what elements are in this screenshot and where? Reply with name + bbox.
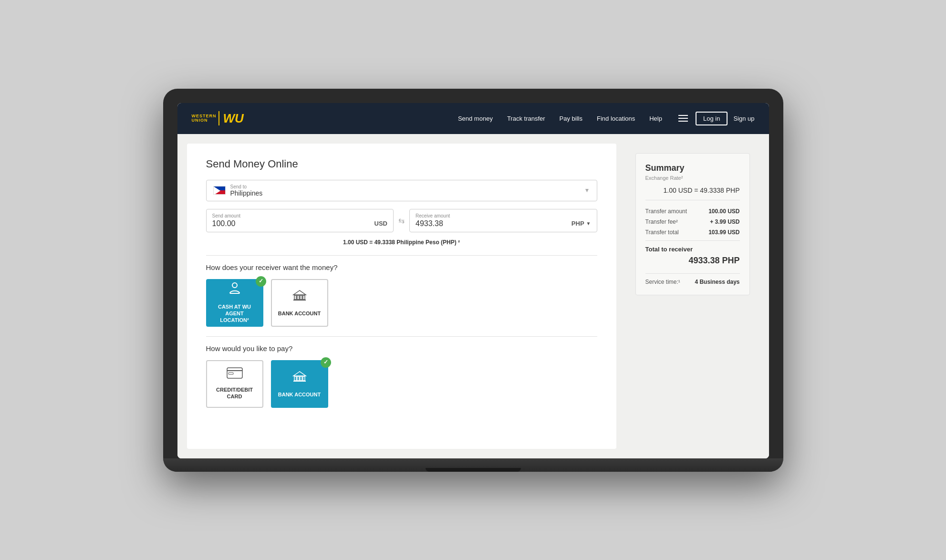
- bank-account-receiver-label: BANK ACCOUNT: [278, 310, 321, 317]
- summary-title: Summary: [645, 163, 740, 173]
- svg-marker-15: [293, 372, 306, 376]
- pay-options-row: CREDIT/DEBIT CARD ✓: [206, 360, 597, 408]
- divider-2: [206, 336, 597, 337]
- pay-section-title: How would you like to pay?: [206, 344, 597, 353]
- bank-account-receiver-option[interactable]: BANK ACCOUNT: [271, 279, 328, 327]
- send-to-value: Philippines: [230, 189, 263, 197]
- right-panel: Summary Exchange Rate² 1.00 USD = 49.333…: [626, 144, 759, 449]
- transfer-amount-row: Transfer amount 100.00 USD: [645, 208, 740, 215]
- transfer-total-value: 103.99 USD: [708, 229, 739, 236]
- transfer-amount-value: 100.00 USD: [708, 208, 739, 215]
- summary-divider: [645, 240, 740, 241]
- transfer-total-label: Transfer total: [645, 229, 679, 236]
- receive-amount-value: 4933.38: [416, 219, 443, 228]
- nav-actions: Log in Sign up: [676, 112, 755, 125]
- amount-row: Send amount 100.00 USD ⇆ Receive amount …: [206, 209, 597, 232]
- logo-text: WESTERN UNION: [192, 114, 217, 123]
- svg-rect-5: [303, 295, 305, 300]
- service-time-value: 4 Business days: [695, 279, 739, 285]
- receive-amount-label: Receive amount: [416, 213, 591, 218]
- summary-panel: Summary Exchange Rate² 1.00 USD = 49.333…: [635, 153, 750, 295]
- philippines-flag: [213, 186, 226, 195]
- logo-area: WESTERN UNION WU: [192, 111, 244, 126]
- currency-selector[interactable]: PHP ▼: [572, 220, 591, 227]
- laptop-screen: WESTERN UNION WU Send money Track transf…: [177, 103, 769, 458]
- login-button[interactable]: Log in: [696, 112, 728, 125]
- receive-amount-input-row: 4933.38 PHP ▼: [416, 219, 591, 228]
- svg-rect-3: [297, 295, 299, 300]
- nav-pay-bills[interactable]: Pay bills: [560, 115, 582, 122]
- nav-help[interactable]: Help: [649, 115, 662, 122]
- credit-debit-label: CREDIT/DEBIT CARD: [211, 386, 259, 400]
- receive-currency: PHP: [572, 220, 584, 227]
- exchange-rate-value: 1.00 USD = 49.3338 PHP: [645, 187, 740, 200]
- cash-wu-label: CASH AT WU AGENT LOCATION²: [211, 303, 259, 324]
- transfer-fee-label: Transfer fee²: [645, 218, 678, 225]
- flag-triangle: [214, 187, 220, 195]
- svg-marker-6: [293, 290, 306, 295]
- credit-card-icon: [227, 367, 243, 383]
- transfer-total-row: Transfer total 103.99 USD: [645, 229, 740, 236]
- send-to-dropdown[interactable]: Send to Philippines ▼: [206, 180, 597, 201]
- nav-track-transfer[interactable]: Track transfer: [507, 115, 545, 122]
- credit-debit-option[interactable]: CREDIT/DEBIT CARD: [206, 360, 263, 408]
- main-content: Send Money Online Send to Philippines ▼: [177, 134, 769, 458]
- send-to-label-group: Send to Philippines: [230, 184, 263, 197]
- transfer-amount-label: Transfer amount: [645, 208, 687, 215]
- send-amount-value: 100.00: [212, 219, 236, 228]
- hamburger-line-3: [678, 121, 688, 122]
- signup-button[interactable]: Sign up: [733, 115, 754, 122]
- exchange-label: Exchange Rate²: [645, 175, 740, 181]
- receive-amount-field[interactable]: Receive amount 4933.38 PHP ▼: [409, 209, 597, 232]
- laptop-frame: WESTERN UNION WU Send money Track transf…: [163, 89, 783, 472]
- send-amount-input-row: 100.00 USD: [212, 219, 388, 228]
- hamburger-line-2: [678, 118, 688, 119]
- transfer-fee-value: + 3.99 USD: [710, 218, 739, 225]
- nav-links: Send money Track transfer Pay bills Find…: [458, 115, 662, 122]
- navbar: WESTERN UNION WU Send money Track transf…: [177, 103, 769, 134]
- svg-rect-2: [294, 295, 296, 300]
- cash-wu-option[interactable]: ✓ CASH AT WU AGENT LOCATION²: [206, 279, 263, 327]
- divider-1: [206, 255, 597, 256]
- person-at-counter-icon: [228, 281, 242, 300]
- bank-account-pay-check-icon: ✓: [321, 357, 331, 368]
- hamburger-line-1: [678, 115, 688, 116]
- svg-rect-11: [294, 376, 296, 381]
- logo-divider: [218, 111, 219, 125]
- svg-rect-8: [227, 368, 242, 378]
- currency-dropdown-arrow: ▼: [586, 221, 591, 226]
- swap-icon: ⇆: [398, 216, 405, 225]
- send-amount-field[interactable]: Send amount 100.00 USD: [206, 209, 394, 232]
- logo-wu: WU: [223, 111, 244, 126]
- left-panel: Send Money Online Send to Philippines ▼: [187, 144, 616, 449]
- transfer-fee-row: Transfer fee² + 3.99 USD: [645, 218, 740, 225]
- receiver-options-row: ✓ CASH AT WU AGENT LOCATION²: [206, 279, 597, 327]
- send-amount-label: Send amount: [212, 213, 388, 218]
- bank-icon: [292, 289, 307, 307]
- page-title: Send Money Online: [206, 158, 597, 170]
- laptop-base: [163, 458, 783, 472]
- send-currency: USD: [374, 220, 387, 227]
- svg-rect-13: [300, 376, 302, 381]
- service-time-row: Service time:¹ 4 Business days: [645, 273, 740, 285]
- nav-find-locations[interactable]: Find locations: [597, 115, 635, 122]
- exchange-rate-text: 1.00 USD = 49.3338 Philippine Peso (PHP)…: [206, 239, 597, 246]
- send-to-sublabel: Send to: [230, 184, 263, 189]
- svg-rect-14: [303, 376, 305, 381]
- total-to-receiver-value: 4933.38 PHP: [645, 256, 740, 266]
- svg-rect-4: [300, 295, 302, 300]
- logo-union: UNION: [192, 118, 208, 123]
- bank-account-pay-option[interactable]: ✓ BANK ACCOUNT: [271, 360, 328, 408]
- dropdown-arrow-icon: ▼: [584, 187, 590, 194]
- cash-wu-check-icon: ✓: [256, 276, 266, 287]
- svg-rect-10: [229, 373, 233, 374]
- receiver-section-title: How does your receiver want the money?: [206, 263, 597, 271]
- bank-pay-icon: [292, 370, 307, 388]
- hamburger-button[interactable]: [676, 113, 690, 124]
- svg-point-0: [232, 283, 237, 288]
- total-to-receiver-label: Total to receiver: [645, 246, 740, 253]
- service-time-label: Service time:¹: [645, 279, 680, 285]
- nav-send-money[interactable]: Send money: [458, 115, 493, 122]
- svg-rect-12: [297, 376, 299, 381]
- bank-account-pay-label: BANK ACCOUNT: [278, 391, 321, 398]
